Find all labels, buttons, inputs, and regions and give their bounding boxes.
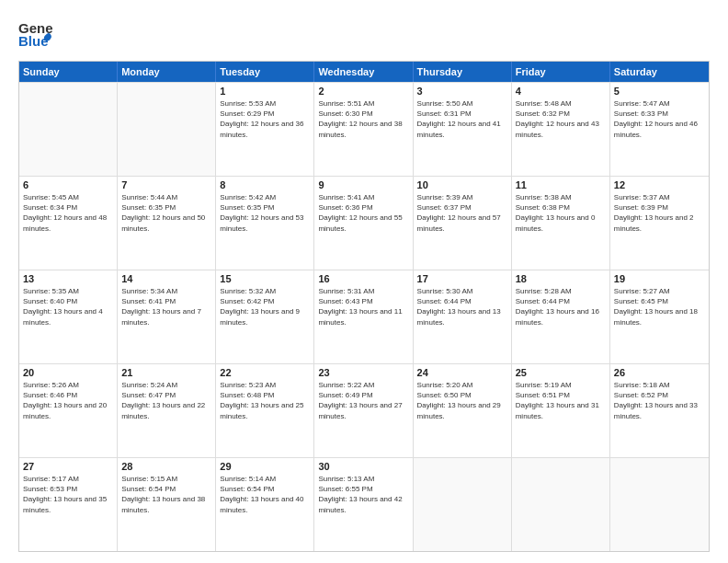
calendar-cell [610, 458, 709, 551]
calendar-cell: 8Sunrise: 5:42 AMSunset: 6:35 PMDaylight… [216, 177, 314, 270]
day-number: 10 [417, 179, 507, 190]
calendar-cell: 30Sunrise: 5:13 AMSunset: 6:55 PMDayligh… [314, 458, 413, 551]
calendar-cell [19, 83, 118, 176]
calendar-cell: 1Sunrise: 5:53 AMSunset: 6:29 PMDaylight… [216, 83, 314, 176]
day-number: 3 [417, 86, 507, 97]
day-number: 9 [318, 179, 408, 190]
calendar-cell: 28Sunrise: 5:15 AMSunset: 6:54 PMDayligh… [118, 458, 216, 551]
calendar-cell: 22Sunrise: 5:23 AMSunset: 6:48 PMDayligh… [216, 364, 314, 457]
logo-icon: General Blue [18, 17, 53, 52]
day-number: 30 [318, 461, 408, 472]
calendar-cell: 10Sunrise: 5:39 AMSunset: 6:37 PMDayligh… [414, 177, 512, 270]
day-number: 7 [121, 179, 211, 190]
calendar-cell: 21Sunrise: 5:24 AMSunset: 6:47 PMDayligh… [118, 364, 216, 457]
day-number: 24 [417, 367, 507, 378]
day-info: Sunrise: 5:18 AMSunset: 6:52 PMDaylight:… [614, 380, 705, 421]
day-number: 22 [220, 367, 310, 378]
day-number: 16 [318, 273, 408, 284]
calendar-cell: 11Sunrise: 5:38 AMSunset: 6:38 PMDayligh… [512, 177, 610, 270]
calendar-weekday-monday: Monday [118, 62, 216, 82]
calendar-cell: 26Sunrise: 5:18 AMSunset: 6:52 PMDayligh… [610, 364, 709, 457]
calendar-week-3: 13Sunrise: 5:35 AMSunset: 6:40 PMDayligh… [19, 270, 709, 363]
calendar: SundayMondayTuesdayWednesdayThursdayFrid… [18, 61, 710, 552]
day-info: Sunrise: 5:37 AMSunset: 6:39 PMDaylight:… [614, 192, 705, 234]
day-number: 26 [614, 367, 705, 378]
day-number: 29 [220, 461, 310, 472]
day-info: Sunrise: 5:19 AMSunset: 6:51 PMDaylight:… [516, 380, 606, 421]
svg-text:Blue: Blue [18, 33, 49, 49]
calendar-header-row: SundayMondayTuesdayWednesdayThursdayFrid… [19, 62, 709, 82]
day-number: 1 [220, 86, 310, 97]
day-info: Sunrise: 5:22 AMSunset: 6:49 PMDaylight:… [318, 380, 408, 421]
calendar-cell: 15Sunrise: 5:32 AMSunset: 6:42 PMDayligh… [216, 270, 314, 363]
day-info: Sunrise: 5:14 AMSunset: 6:54 PMDaylight:… [220, 474, 310, 515]
day-info: Sunrise: 5:50 AMSunset: 6:31 PMDaylight:… [417, 98, 507, 140]
calendar-cell: 12Sunrise: 5:37 AMSunset: 6:39 PMDayligh… [610, 177, 709, 270]
calendar-week-5: 27Sunrise: 5:17 AMSunset: 6:53 PMDayligh… [19, 457, 709, 551]
day-info: Sunrise: 5:28 AMSunset: 6:44 PMDaylight:… [516, 286, 606, 327]
calendar-cell: 7Sunrise: 5:44 AMSunset: 6:35 PMDaylight… [118, 177, 216, 270]
calendar-week-1: 1Sunrise: 5:53 AMSunset: 6:29 PMDaylight… [19, 82, 709, 176]
logo: General Blue [18, 17, 53, 52]
day-info: Sunrise: 5:17 AMSunset: 6:53 PMDaylight:… [23, 474, 113, 515]
calendar-weekday-friday: Friday [512, 62, 610, 82]
day-number: 19 [614, 273, 705, 284]
calendar-cell: 2Sunrise: 5:51 AMSunset: 6:30 PMDaylight… [314, 83, 413, 176]
day-info: Sunrise: 5:39 AMSunset: 6:37 PMDaylight:… [417, 192, 507, 234]
calendar-cell: 6Sunrise: 5:45 AMSunset: 6:34 PMDaylight… [19, 177, 118, 270]
day-number: 2 [318, 86, 408, 97]
day-number: 28 [121, 461, 211, 472]
day-number: 8 [220, 179, 310, 190]
day-info: Sunrise: 5:35 AMSunset: 6:40 PMDaylight:… [23, 286, 113, 327]
day-info: Sunrise: 5:27 AMSunset: 6:45 PMDaylight:… [614, 286, 705, 327]
calendar-cell: 24Sunrise: 5:20 AMSunset: 6:50 PMDayligh… [414, 364, 512, 457]
day-info: Sunrise: 5:31 AMSunset: 6:43 PMDaylight:… [318, 286, 408, 327]
day-number: 18 [516, 273, 606, 284]
header: General Blue [18, 17, 710, 52]
calendar-cell [118, 83, 216, 176]
day-info: Sunrise: 5:26 AMSunset: 6:46 PMDaylight:… [23, 380, 113, 421]
day-number: 17 [417, 273, 507, 284]
calendar-cell: 25Sunrise: 5:19 AMSunset: 6:51 PMDayligh… [512, 364, 610, 457]
day-info: Sunrise: 5:44 AMSunset: 6:35 PMDaylight:… [121, 192, 211, 234]
day-info: Sunrise: 5:32 AMSunset: 6:42 PMDaylight:… [220, 286, 310, 327]
calendar-weekday-wednesday: Wednesday [314, 62, 413, 82]
page: General Blue SundayMondayTuesdayWednesda… [0, 0, 728, 563]
day-number: 23 [318, 367, 408, 378]
calendar-weekday-tuesday: Tuesday [216, 62, 314, 82]
calendar-cell: 9Sunrise: 5:41 AMSunset: 6:36 PMDaylight… [314, 177, 413, 270]
calendar-cell: 3Sunrise: 5:50 AMSunset: 6:31 PMDaylight… [414, 83, 512, 176]
day-number: 4 [516, 86, 606, 97]
day-info: Sunrise: 5:13 AMSunset: 6:55 PMDaylight:… [318, 474, 408, 515]
calendar-weekday-saturday: Saturday [610, 62, 709, 82]
calendar-week-4: 20Sunrise: 5:26 AMSunset: 6:46 PMDayligh… [19, 363, 709, 457]
day-info: Sunrise: 5:34 AMSunset: 6:41 PMDaylight:… [121, 286, 211, 327]
calendar-cell: 23Sunrise: 5:22 AMSunset: 6:49 PMDayligh… [314, 364, 413, 457]
day-number: 15 [220, 273, 310, 284]
calendar-cell: 29Sunrise: 5:14 AMSunset: 6:54 PMDayligh… [216, 458, 314, 551]
calendar-cell: 16Sunrise: 5:31 AMSunset: 6:43 PMDayligh… [314, 270, 413, 363]
day-number: 5 [614, 86, 705, 97]
calendar-cell: 20Sunrise: 5:26 AMSunset: 6:46 PMDayligh… [19, 364, 118, 457]
calendar-cell: 18Sunrise: 5:28 AMSunset: 6:44 PMDayligh… [512, 270, 610, 363]
day-info: Sunrise: 5:51 AMSunset: 6:30 PMDaylight:… [318, 98, 408, 140]
day-info: Sunrise: 5:53 AMSunset: 6:29 PMDaylight:… [220, 98, 310, 140]
day-info: Sunrise: 5:38 AMSunset: 6:38 PMDaylight:… [516, 192, 606, 234]
day-info: Sunrise: 5:24 AMSunset: 6:47 PMDaylight:… [121, 380, 211, 421]
day-number: 20 [23, 367, 113, 378]
day-number: 14 [121, 273, 211, 284]
calendar-weekday-thursday: Thursday [414, 62, 512, 82]
day-info: Sunrise: 5:15 AMSunset: 6:54 PMDaylight:… [121, 474, 211, 515]
day-info: Sunrise: 5:48 AMSunset: 6:32 PMDaylight:… [516, 98, 606, 140]
day-info: Sunrise: 5:45 AMSunset: 6:34 PMDaylight:… [23, 192, 113, 234]
day-info: Sunrise: 5:41 AMSunset: 6:36 PMDaylight:… [318, 192, 408, 234]
calendar-cell: 13Sunrise: 5:35 AMSunset: 6:40 PMDayligh… [19, 270, 118, 363]
calendar-cell: 4Sunrise: 5:48 AMSunset: 6:32 PMDaylight… [512, 83, 610, 176]
day-info: Sunrise: 5:30 AMSunset: 6:44 PMDaylight:… [417, 286, 507, 327]
calendar-cell: 17Sunrise: 5:30 AMSunset: 6:44 PMDayligh… [414, 270, 512, 363]
calendar-week-2: 6Sunrise: 5:45 AMSunset: 6:34 PMDaylight… [19, 176, 709, 270]
day-number: 13 [23, 273, 113, 284]
day-number: 25 [516, 367, 606, 378]
day-number: 21 [121, 367, 211, 378]
day-number: 6 [23, 179, 113, 190]
